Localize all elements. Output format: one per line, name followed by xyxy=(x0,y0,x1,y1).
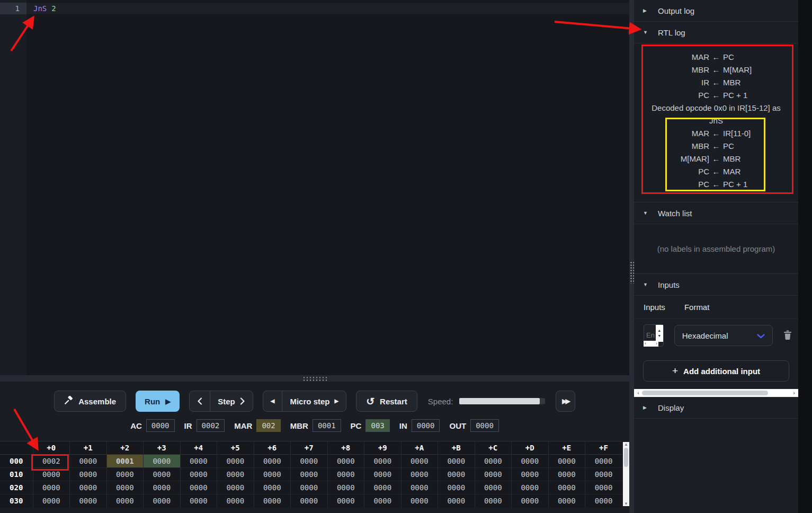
memory-cell[interactable]: 0000 xyxy=(438,494,475,508)
section-display[interactable]: ▶ Display xyxy=(634,397,798,419)
number-spinner[interactable]: ▲ ▼ xyxy=(656,325,663,342)
memory-cell[interactable]: 0000 xyxy=(327,481,364,494)
memory-cell[interactable]: 0000 xyxy=(364,481,401,494)
micro-step-forward-button[interactable]: Micro step ▶ xyxy=(282,391,346,411)
memory-cell[interactable]: 0000 xyxy=(180,455,217,468)
memory-cell[interactable]: 0000 xyxy=(548,494,585,508)
fast-forward-button[interactable]: ▶▶ xyxy=(556,391,575,412)
code-editor[interactable]: 1 JnS2 xyxy=(0,0,629,375)
memory-cell[interactable]: 0000 xyxy=(327,494,364,508)
memory-cell[interactable]: 0000 xyxy=(438,455,475,468)
memory-cell[interactable]: 0000 xyxy=(512,481,549,494)
memory-cell[interactable]: 0000 xyxy=(33,481,70,494)
memory-scrollbar[interactable]: ▲ ▼ xyxy=(623,442,629,506)
memory-cell[interactable]: 0000 xyxy=(512,468,549,481)
memory-cell[interactable]: 0000 xyxy=(254,468,291,481)
memory-cell[interactable]: 0000 xyxy=(401,468,438,481)
memory-cell[interactable]: 0000 xyxy=(438,468,475,481)
sidebar-splitter[interactable] xyxy=(629,0,634,513)
memory-cell[interactable]: 0000 xyxy=(144,455,181,468)
scrollbar-thumb[interactable] xyxy=(642,391,768,395)
register-value[interactable]: 0000 xyxy=(412,419,440,432)
input-mini-scrollbar[interactable]: ‹ › xyxy=(644,341,658,347)
memory-cell[interactable]: 0000 xyxy=(291,455,328,468)
memory-cell[interactable]: 0000 xyxy=(70,481,107,494)
memory-cell[interactable]: 0000 xyxy=(327,468,364,481)
memory-cell[interactable]: 0000 xyxy=(364,455,401,468)
step-back-button[interactable] xyxy=(190,391,210,411)
memory-cell[interactable]: 0000 xyxy=(291,494,328,508)
sidebar-horizontal-scrollbar[interactable]: ‹ › xyxy=(634,389,798,397)
memory-cell[interactable]: 0000 xyxy=(585,494,622,508)
memory-cell[interactable]: 0000 xyxy=(438,481,475,494)
memory-cell[interactable]: 0000 xyxy=(475,494,512,508)
memory-cell[interactable]: 0000 xyxy=(70,468,107,481)
memory-cell[interactable]: 0000 xyxy=(33,468,70,481)
spinner-up-icon[interactable]: ▲ xyxy=(657,328,661,333)
memory-cell[interactable]: 0000 xyxy=(475,455,512,468)
micro-step-back-button[interactable]: ◀ xyxy=(263,391,282,411)
format-select[interactable]: Hexadecimal xyxy=(674,325,773,346)
memory-cell[interactable]: 0000 xyxy=(180,468,217,481)
scroll-up-icon[interactable]: ▲ xyxy=(624,442,628,447)
memory-cell[interactable]: 0000 xyxy=(548,468,585,481)
memory-cell[interactable]: 0000 xyxy=(106,468,144,481)
section-rtl-log[interactable]: ▼ RTL log xyxy=(634,22,798,43)
memory-cell[interactable]: 0000 xyxy=(585,455,622,468)
input-value-field[interactable]: En ▲ ▼ ‹ › xyxy=(644,324,664,347)
scroll-down-icon[interactable]: ▼ xyxy=(624,501,628,506)
assemble-button[interactable]: Assemble xyxy=(54,391,126,412)
memory-cell[interactable]: 0000 xyxy=(106,494,144,508)
section-output-log[interactable]: ▶ Output log xyxy=(634,0,798,22)
editor-line[interactable]: JnS2 xyxy=(26,3,629,14)
memory-cell[interactable]: 0000 xyxy=(401,455,438,468)
memory-cell[interactable]: 0000 xyxy=(364,468,401,481)
memory-cell[interactable]: 0000 xyxy=(33,494,70,508)
editor-panel-splitter[interactable] xyxy=(0,375,629,382)
memory-cell[interactable]: 0000 xyxy=(585,481,622,494)
memory-cell[interactable]: 0000 xyxy=(254,481,291,494)
memory-cell[interactable]: 0000 xyxy=(70,455,107,468)
memory-cell[interactable]: 0000 xyxy=(217,468,254,481)
memory-cell[interactable]: 0000 xyxy=(217,455,254,468)
scroll-left-icon[interactable]: ‹ xyxy=(635,390,641,396)
speed-slider[interactable] xyxy=(459,398,540,404)
memory-cell[interactable]: 0000 xyxy=(291,481,328,494)
memory-cell[interactable]: 0000 xyxy=(144,494,181,508)
scroll-left-icon[interactable]: ‹ xyxy=(645,341,646,346)
section-inputs[interactable]: ▼ Inputs xyxy=(634,274,798,296)
memory-cell[interactable]: 0000 xyxy=(106,481,144,494)
add-additional-input-button[interactable]: + Add additional input xyxy=(643,360,789,382)
memory-cell[interactable]: 0000 xyxy=(217,481,254,494)
step-forward-button[interactable]: Step xyxy=(210,391,253,411)
register-value[interactable]: 0001 xyxy=(313,419,341,432)
section-watch-list[interactable]: ▼ Watch list xyxy=(634,202,798,224)
memory-cell[interactable]: 0000 xyxy=(475,481,512,494)
register-value[interactable]: 003 xyxy=(365,419,389,432)
memory-cell[interactable]: 0000 xyxy=(180,481,217,494)
memory-cell[interactable]: 0000 xyxy=(254,455,291,468)
memory-cell[interactable]: 0000 xyxy=(144,481,181,494)
memory-cell[interactable]: 0000 xyxy=(548,455,585,468)
restart-button[interactable]: ↺ Restart xyxy=(356,391,417,412)
register-value[interactable]: 0000 xyxy=(470,419,499,432)
memory-cell[interactable]: 0000 xyxy=(401,494,438,508)
register-value[interactable]: 0000 xyxy=(146,419,175,432)
scrollbar-thumb[interactable] xyxy=(624,448,628,467)
memory-cell[interactable]: 0000 xyxy=(180,494,217,508)
memory-cell[interactable]: 0000 xyxy=(512,455,549,468)
memory-cell[interactable]: 0000 xyxy=(144,468,181,481)
register-value[interactable]: 002 xyxy=(256,419,280,432)
memory-cell[interactable]: 0000 xyxy=(585,468,622,481)
memory-cell[interactable]: 0000 xyxy=(70,494,107,508)
memory-cell[interactable]: 0000 xyxy=(364,494,401,508)
memory-cell[interactable]: 0000 xyxy=(217,494,254,508)
spinner-down-icon[interactable]: ▼ xyxy=(657,333,661,339)
memory-cell[interactable]: 0002 xyxy=(33,455,70,468)
memory-cell[interactable]: 0000 xyxy=(254,494,291,508)
delete-input-button[interactable] xyxy=(783,330,792,341)
scroll-right-icon[interactable]: › xyxy=(791,390,797,396)
scroll-right-icon[interactable]: › xyxy=(656,341,657,346)
memory-cell[interactable]: 0000 xyxy=(548,481,585,494)
memory-cell[interactable]: 0000 xyxy=(327,455,364,468)
